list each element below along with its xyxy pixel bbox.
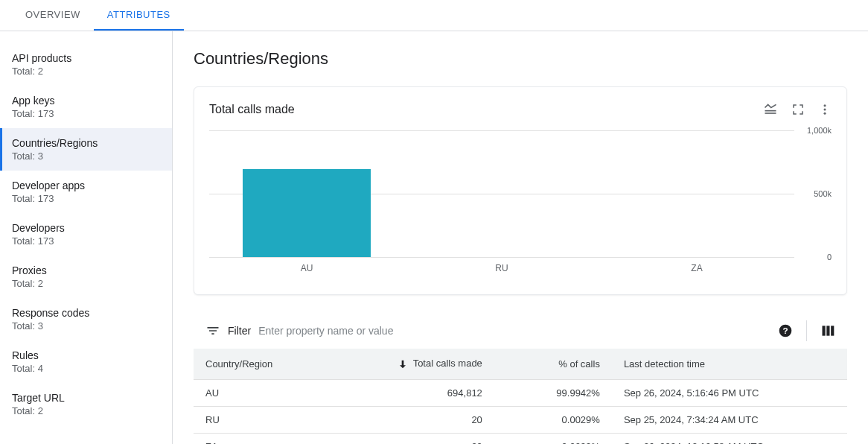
svg-point-2 [824,112,826,115]
col-pct[interactable]: % of calls [494,349,612,379]
sidebar-item[interactable]: App keysTotal: 173 [0,86,172,128]
cell-last: Sep 26, 2024, 5:16:46 PM UTC [612,379,847,406]
sidebar-item-total: Total: 2 [12,66,160,77]
svg-point-0 [824,104,826,107]
sidebar-item-total: Total: 3 [12,320,160,332]
sidebar-item-total: Total: 3 [12,150,160,162]
svg-text:?: ? [782,326,788,335]
sidebar-item[interactable]: Developer appsTotal: 173 [0,171,172,213]
legend-toggle-icon[interactable] [763,102,778,117]
svg-point-1 [824,109,826,111]
bar-slot [209,130,404,257]
table-row[interactable]: AU694,81299.9942%Sep 26, 2024, 5:16:46 P… [194,379,847,406]
sidebar-item-label: Target URL [12,392,160,404]
table-row[interactable]: RU200.0029%Sep 25, 2024, 7:34:24 AM UTC [194,406,847,433]
cell-country: RU [194,406,377,433]
cell-calls: 694,812 [377,379,494,406]
sidebar-item[interactable]: DevelopersTotal: 173 [0,213,172,256]
tab-attributes[interactable]: ATTRIBUTES [94,0,184,31]
filter-input[interactable] [258,325,770,337]
x-tick-label: AU [209,263,404,279]
cell-country: AU [194,379,377,406]
sidebar-item-label: API products [12,52,160,64]
y-tick-label: 500k [798,189,832,198]
svg-rect-5 [823,326,826,335]
page-title: Countries/Regions [194,49,847,69]
sidebar-item-total: Total: 4 [12,363,160,374]
sidebar: API productsTotal: 2App keysTotal: 173Co… [0,31,173,444]
sidebar-item[interactable]: API productsTotal: 2 [0,43,172,86]
sidebar-item-total: Total: 2 [12,405,160,416]
cell-last: Sep 25, 2024, 7:34:24 AM UTC [612,406,847,433]
sidebar-item-label: Developer apps [12,180,160,191]
chart-card: Total calls made [194,86,847,295]
x-tick-label: RU [404,263,599,279]
chart-bar[interactable] [243,169,371,257]
more-icon[interactable] [818,103,832,116]
table-row[interactable]: ZA200.0029%Sep 26, 2024, 12:10:58 AM UTC [194,433,847,444]
cell-country: ZA [194,433,377,444]
tab-overview[interactable]: OVERVIEW [12,0,94,31]
filter-label: Filter [228,325,251,337]
sidebar-item-label: App keys [12,95,160,107]
table-section: Filter ? Country/Region [194,313,847,444]
tabs-bar: OVERVIEW ATTRIBUTES [0,0,868,31]
sidebar-item[interactable]: ProxiesTotal: 2 [0,256,172,298]
sidebar-item[interactable]: Response codesTotal: 3 [0,298,172,340]
y-tick-label: 0 [798,253,832,261]
cell-calls: 20 [377,433,494,444]
sidebar-item[interactable]: RulesTotal: 4 [0,340,172,383]
sidebar-item-label: Countries/Regions [12,137,160,149]
sidebar-item[interactable]: Target URLTotal: 2 [0,383,172,425]
divider [806,320,807,341]
col-country[interactable]: Country/Region [194,349,377,379]
fullscreen-icon[interactable] [791,103,805,116]
help-icon[interactable]: ? [778,323,793,338]
svg-rect-7 [831,326,834,335]
main-content: Countries/Regions Total calls made [173,31,868,444]
chart-area: 1,000k 500k 0 AURUZA [209,123,832,279]
cell-pct: 0.0029% [494,406,612,433]
col-last[interactable]: Last detection time [612,349,847,379]
sidebar-item-total: Total: 173 [12,193,160,204]
sort-desc-icon [397,358,409,370]
data-table: Country/Region Total calls made % of cal… [194,349,847,444]
sidebar-item-total: Total: 173 [12,108,160,119]
bar-slot [404,130,599,257]
cell-calls: 20 [377,406,494,433]
x-tick-label: ZA [599,263,794,279]
sidebar-item-total: Total: 173 [12,235,160,247]
sidebar-item-label: Response codes [12,307,160,319]
sidebar-item-label: Rules [12,349,160,361]
y-tick-label: 1,000k [798,126,832,135]
filter-icon[interactable] [205,323,220,338]
bar-slot [599,130,794,257]
columns-icon[interactable] [820,323,835,338]
chart-title: Total calls made [209,103,295,116]
sidebar-item-total: Total: 2 [12,278,160,289]
cell-pct: 0.0029% [494,433,612,444]
col-calls[interactable]: Total calls made [377,349,494,379]
svg-rect-6 [826,326,829,335]
cell-last: Sep 26, 2024, 12:10:58 AM UTC [612,433,847,444]
sidebar-item-label: Proxies [12,264,160,276]
sidebar-item-label: Developers [12,222,160,234]
cell-pct: 99.9942% [494,379,612,406]
sidebar-item[interactable]: Countries/RegionsTotal: 3 [0,128,172,171]
